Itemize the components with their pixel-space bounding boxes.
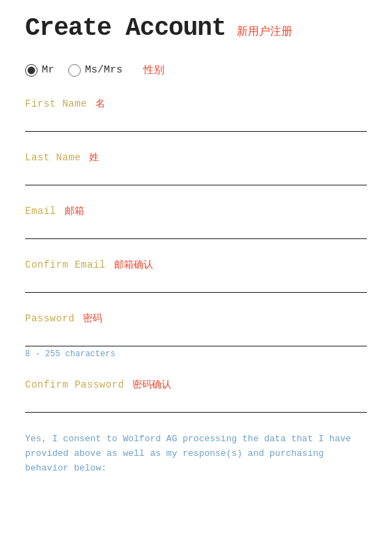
field-email-input[interactable] [25, 220, 367, 239]
field-last-name-label: Last Name [25, 152, 81, 163]
field-password-label-row: Password密码 [25, 312, 367, 325]
gender-ms-label: Ms/Mrs [85, 64, 123, 76]
field-password-input[interactable] [25, 328, 367, 346]
field-first-name-hint: 名 [95, 98, 105, 110]
field-confirm-password-label-row: Confirm Password密码确认 [25, 379, 367, 391]
field-password: Password密码8 - 255 characters [25, 312, 367, 359]
form-fields: First Name名Last Name姓Email邮箱Confirm Emai… [25, 98, 367, 413]
field-first-name-label: First Name [25, 98, 87, 109]
gender-ms-option[interactable]: Ms/Mrs [68, 64, 123, 77]
field-confirm-email-hint: 邮箱确认 [114, 259, 153, 271]
field-last-name: Last Name姓 [25, 151, 367, 185]
consent-text: Yes, I consent to Wolford AG processing … [25, 432, 367, 475]
field-confirm-email-label: Confirm Email [25, 259, 106, 270]
field-confirm-email-label-row: Confirm Email邮箱确认 [25, 259, 367, 271]
field-confirm-password-input[interactable] [25, 394, 367, 413]
field-last-name-hint: 姓 [89, 151, 99, 164]
field-confirm-email: Confirm Email邮箱确认 [25, 259, 367, 293]
page-title-row: Create Account 新用户注册 [25, 14, 367, 43]
field-email: Email邮箱 [25, 205, 367, 239]
field-first-name: First Name名 [25, 98, 367, 132]
field-first-name-input[interactable] [25, 113, 367, 132]
page-title: Create Account [25, 14, 226, 43]
field-password-hint: 密码 [83, 312, 102, 325]
field-first-name-label-row: First Name名 [25, 98, 367, 110]
page-subtitle: 新用户注册 [237, 24, 292, 39]
field-last-name-input[interactable] [25, 167, 367, 185]
gender-row: Mr Ms/Mrs 性别 [25, 63, 367, 77]
field-email-label: Email [25, 206, 56, 217]
field-confirm-password: Confirm Password密码确认 [25, 379, 367, 413]
gender-mr-radio[interactable] [25, 64, 38, 77]
field-confirm-password-label: Confirm Password [25, 379, 124, 390]
field-last-name-label-row: Last Name姓 [25, 151, 367, 164]
field-password-label: Password [25, 313, 75, 324]
gender-ms-radio[interactable] [68, 64, 81, 77]
gender-mr-label: Mr [42, 64, 54, 76]
field-confirm-password-hint: 密码确认 [132, 379, 171, 391]
field-email-label-row: Email邮箱 [25, 205, 367, 217]
field-confirm-email-input[interactable] [25, 274, 367, 293]
field-email-hint: 邮箱 [65, 205, 84, 217]
field-password-hint-text: 8 - 255 characters [25, 349, 367, 359]
gender-hint: 性别 [143, 63, 164, 77]
gender-mr-option[interactable]: Mr [25, 64, 54, 77]
